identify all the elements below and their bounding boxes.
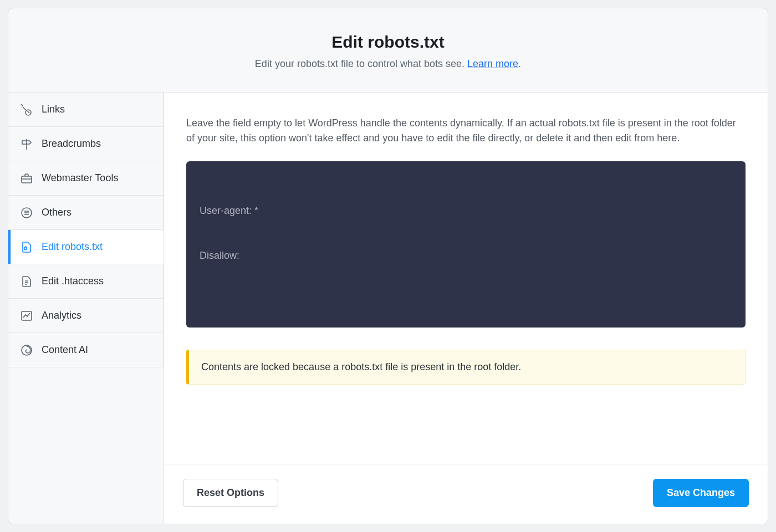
sidebar-item-label: Content AI — [42, 344, 88, 356]
save-changes-button[interactable]: Save Changes — [653, 479, 749, 507]
file-text-icon — [19, 274, 34, 289]
sidebar-item-label: Breadcrumbs — [42, 138, 101, 150]
sidebar: Links Breadcrumbs — [8, 93, 164, 524]
sidebar-item-label: Analytics — [42, 310, 81, 321]
robots-line: User-agent: * — [200, 203, 732, 218]
learn-more-link[interactable]: Learn more — [467, 58, 518, 69]
robots-txt-editor[interactable]: User-agent: * Disallow: Sitemap: http://… — [186, 161, 746, 328]
sidebar-item-content-ai[interactable]: Content AI — [8, 333, 164, 367]
reset-options-button[interactable]: Reset Options — [183, 479, 278, 507]
sidebar-item-breadcrumbs[interactable]: Breadcrumbs — [8, 127, 164, 161]
locked-notice: Contents are locked because a robots.txt… — [186, 350, 746, 385]
briefcase-icon — [19, 171, 34, 186]
subtitle-text: Edit your robots.txt file to control wha… — [255, 58, 467, 69]
sidebar-item-edit-robots[interactable]: Edit robots.txt — [8, 230, 164, 264]
panel-footer: Reset Options Save Changes — [164, 464, 768, 524]
sidebar-item-label: Edit robots.txt — [42, 241, 103, 253]
list-circle-icon — [19, 206, 34, 220]
page-subtitle: Edit your robots.txt file to control wha… — [19, 58, 757, 70]
sidebar-item-webmaster-tools[interactable]: Webmaster Tools — [8, 161, 164, 196]
spiral-icon — [19, 343, 34, 357]
panel-header: Edit robots.txt Edit your robots.txt fil… — [8, 8, 768, 93]
section-description: Leave the field empty to let WordPress h… — [186, 116, 746, 146]
main-content: Leave the field empty to let WordPress h… — [164, 93, 768, 524]
settings-panel: Edit robots.txt Edit your robots.txt fil… — [8, 8, 768, 524]
robots-line: Disallow: — [200, 248, 732, 263]
links-icon — [19, 103, 34, 117]
chart-icon — [19, 309, 34, 323]
sidebar-item-label: Webmaster Tools — [42, 172, 118, 184]
sidebar-item-others[interactable]: Others — [8, 196, 164, 230]
sidebar-item-label: Edit .htaccess — [42, 275, 104, 287]
robots-blank-line — [200, 293, 732, 308]
sidebar-item-links[interactable]: Links — [8, 93, 164, 127]
sidebar-item-label: Links — [42, 104, 65, 115]
file-gear-icon — [19, 240, 34, 254]
svg-rect-0 — [22, 176, 32, 183]
sidebar-item-label: Others — [42, 207, 72, 218]
sidebar-item-edit-htaccess[interactable]: Edit .htaccess — [8, 264, 164, 299]
signpost-icon — [19, 137, 34, 151]
sidebar-item-analytics[interactable]: Analytics — [8, 299, 164, 333]
page-title: Edit robots.txt — [19, 33, 757, 52]
